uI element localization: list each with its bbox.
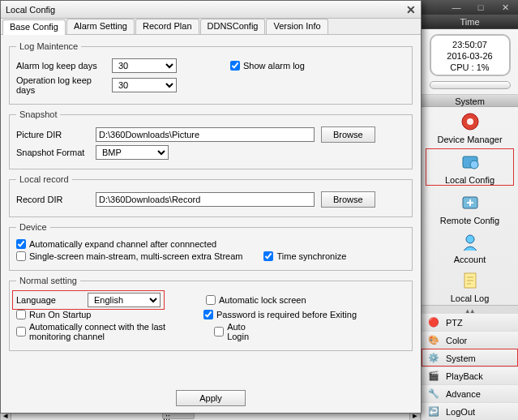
checkbox-auto-lock[interactable]: Automatic lock screen — [206, 295, 306, 305]
close-icon[interactable]: ✕ — [406, 3, 416, 16]
dialog-title: Local Config — [6, 5, 55, 15]
svg-point-3 — [470, 161, 478, 169]
svg-point-1 — [467, 118, 473, 125]
legend-log: Log Maintence — [16, 41, 81, 51]
remote-config-icon — [458, 191, 482, 214]
local-log-icon — [458, 269, 482, 292]
group-normal-setting: Normal setting Language English Automati… — [9, 276, 413, 351]
logout-icon: ↩️ — [426, 405, 441, 419]
menu-logout[interactable]: ↩️LogOut — [422, 402, 518, 420]
select-alarm-days[interactable]: 30 — [112, 58, 177, 73]
checkbox-show-alarm[interactable]: Show alarm log — [230, 61, 305, 71]
label-snapshot-format: Snapshot Format — [16, 148, 89, 157]
close-app-icon[interactable]: ✕ — [500, 2, 510, 13]
input-picture-dir[interactable] — [96, 127, 315, 142]
date-text: 2016-03-26 — [431, 50, 509, 62]
tab-record-plan[interactable]: Record Plan — [135, 19, 199, 34]
account-icon — [458, 230, 482, 253]
time-box: 23:50:07 2016-03-26 CPU : 1% — [430, 34, 511, 76]
sidebar-item-local-config[interactable]: Local Config — [425, 148, 515, 186]
group-local-record: Local record Record DIR Browse — [9, 174, 413, 217]
cpu-text: CPU : 1% — [431, 62, 509, 73]
sidebar-item-device-manager[interactable]: Device Manager — [422, 107, 518, 146]
clock-text: 23:50:07 — [431, 39, 509, 50]
menu-advance[interactable]: 🔧Advance — [422, 384, 518, 402]
legend-local-record: Local record — [16, 174, 72, 184]
select-snapshot-format[interactable]: BMP — [96, 145, 169, 160]
input-record-dir[interactable] — [96, 192, 315, 207]
device-manager-icon — [458, 110, 482, 133]
label-picture-dir: Picture DIR — [16, 130, 89, 139]
select-op-days[interactable]: 30 — [112, 78, 177, 92]
checkbox-auto-login[interactable]: Auto Login — [214, 322, 259, 341]
apply-button[interactable]: Apply — [176, 390, 246, 406]
tab-bar: Base Config Alarm Setting Record Plan DD… — [1, 19, 421, 35]
local-config-icon — [458, 151, 482, 174]
group-device: Device Automatically expand channel afte… — [9, 222, 413, 271]
legend-device: Device — [16, 222, 50, 232]
menu-playback[interactable]: 🎬PlayBack — [422, 366, 518, 384]
tab-ddns-config[interactable]: DDNSConfig — [200, 19, 266, 34]
right-panel: Time 23:50:07 2016-03-26 CPU : 1% System… — [421, 15, 518, 420]
checkbox-run-startup[interactable]: Run On Startup — [16, 310, 91, 319]
advance-icon: 🔧 — [426, 387, 441, 401]
playback-icon: 🎬 — [426, 369, 441, 384]
legend-snapshot: Snapshot — [16, 109, 60, 119]
menu-system[interactable]: ⚙️System — [422, 349, 518, 366]
maximize-icon[interactable]: □ — [476, 2, 486, 12]
label-op-days: Operation log keep days — [16, 75, 105, 95]
browse-record-button[interactable]: Browse — [321, 191, 375, 208]
browse-picture-button[interactable]: Browse — [321, 126, 375, 143]
dialog-titlebar[interactable]: Local Config ✕ — [1, 1, 421, 19]
label-alarm-days: Alarm log keep days — [16, 61, 105, 71]
checkbox-auto-connect[interactable]: Automatically connect with the last moni… — [16, 322, 201, 341]
sidebar-item-local-log[interactable]: Local Log — [422, 266, 518, 305]
legend-normal: Normal setting — [16, 276, 80, 285]
color-icon: 🎨 — [426, 333, 441, 348]
label-language: Language — [16, 295, 73, 305]
group-snapshot: Snapshot Picture DIR Browse Snapshot For… — [9, 109, 413, 169]
group-log-maintence: Log Maintence Alarm log keep days 30 Sho… — [9, 41, 413, 105]
checkbox-pwd-exit[interactable]: Password is required before Exiting — [203, 310, 357, 319]
checkbox-time-sync[interactable]: Time synchronize — [263, 251, 346, 261]
minimize-icon[interactable]: — — [452, 2, 461, 12]
checkbox-single-screen[interactable]: Single-screen main-stream, multi-screen … — [16, 251, 242, 261]
sidebar-item-account[interactable]: Account — [422, 227, 518, 266]
dialog-body: Log Maintence Alarm log keep days 30 Sho… — [1, 35, 421, 413]
time-header: Time — [422, 15, 518, 29]
sidebar-item-remote-config[interactable]: Remote Config — [422, 188, 518, 227]
menu-ptz[interactable]: 🔴PTZ — [422, 313, 518, 331]
menu-color[interactable]: 🎨Color — [422, 331, 518, 349]
local-config-dialog: Local Config ✕ Base Config Alarm Setting… — [0, 0, 422, 414]
lower-menu: 🔴PTZ 🎨Color ⚙️System 🎬PlayBack 🔧Advance … — [422, 313, 518, 420]
ptz-icon: 🔴 — [426, 315, 441, 330]
tab-base-config[interactable]: Base Config — [2, 19, 66, 35]
label-record-dir: Record DIR — [16, 195, 89, 204]
cpu-bar — [430, 81, 511, 89]
show-alarm-check[interactable] — [230, 61, 240, 71]
tab-alarm-setting[interactable]: Alarm Setting — [66, 19, 135, 34]
checkbox-auto-expand[interactable]: Automatically expand channel after connn… — [16, 239, 216, 249]
system-header: System — [422, 94, 518, 107]
tab-version-info[interactable]: Version Info — [266, 19, 327, 34]
system-icon: ⚙️ — [426, 351, 441, 366]
svg-point-5 — [466, 235, 474, 243]
select-language[interactable]: English — [88, 293, 161, 307]
